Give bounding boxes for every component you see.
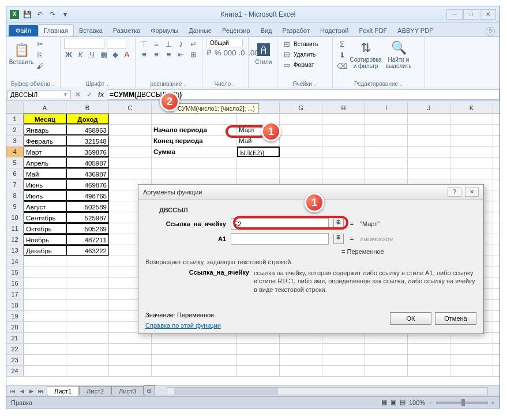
cell-A20[interactable] — [24, 322, 66, 332]
arg2-collapse-icon[interactable]: ⊞ — [333, 234, 344, 244]
cancel-formula-icon[interactable]: ✕ — [72, 91, 84, 99]
tab-developer[interactable]: Разработ — [277, 25, 315, 36]
row-header[interactable]: 9 — [6, 201, 24, 212]
tab-foxit[interactable]: Foxit PDF — [354, 25, 392, 36]
wrap-text-icon[interactable]: ↵ — [189, 39, 198, 49]
cell-A22[interactable] — [24, 344, 66, 354]
sheet-nav-first-icon[interactable]: ⏮ — [9, 388, 17, 394]
cell-E22[interactable] — [237, 344, 280, 354]
minimize-button[interactable]: ─ — [446, 9, 463, 20]
cell-C3[interactable] — [109, 136, 152, 146]
arg2-input[interactable] — [231, 233, 329, 245]
cell-D6[interactable] — [152, 168, 237, 179]
cell-J1[interactable] — [450, 114, 493, 124]
cell-B21[interactable] — [66, 333, 109, 343]
cell-B23[interactable] — [66, 355, 109, 365]
cell-F4[interactable] — [280, 147, 322, 157]
find-select-button[interactable]: 🔍Найти и выделить — [384, 40, 414, 70]
percent-icon[interactable]: % — [214, 47, 222, 58]
cell-E6[interactable] — [237, 168, 280, 179]
cell-H21[interactable] — [365, 333, 408, 343]
row-header[interactable]: 15 — [6, 267, 24, 278]
cell-F2[interactable] — [280, 125, 322, 135]
cell-G1[interactable] — [322, 114, 365, 124]
row-header[interactable]: 2 — [6, 125, 24, 135]
col-K[interactable]: K — [450, 102, 493, 113]
row-header[interactable]: 6 — [6, 168, 24, 179]
cell-G5[interactable] — [322, 158, 365, 168]
cell-G22[interactable] — [322, 344, 365, 354]
cell-E21[interactable] — [237, 333, 280, 343]
cell-A19[interactable] — [24, 311, 66, 321]
cell-B15[interactable] — [66, 267, 109, 278]
cell-A2[interactable]: Январь — [24, 125, 66, 135]
row-header[interactable]: 4 — [6, 147, 24, 157]
cell-J24[interactable] — [450, 366, 493, 376]
cell-H22[interactable] — [365, 344, 408, 354]
cell-D5[interactable] — [152, 158, 237, 168]
cell-H5[interactable] — [365, 158, 408, 168]
cell-D21[interactable] — [152, 333, 237, 343]
cell-F22[interactable] — [280, 344, 322, 354]
row-header[interactable]: 7 — [6, 179, 24, 190]
cell-B12[interactable]: 487211 — [66, 234, 109, 245]
align-bottom-icon[interactable]: ⊥ — [164, 39, 174, 49]
row-header[interactable]: 17 — [6, 289, 24, 299]
cell-B7[interactable]: 469876 — [66, 179, 109, 190]
underline-icon[interactable]: Ч — [87, 49, 96, 59]
sort-filter-button[interactable]: ⇅Сортировка и фильтр — [349, 40, 382, 70]
row-header[interactable]: 5 — [6, 158, 24, 168]
save-icon[interactable]: 💾 — [22, 10, 32, 19]
qat-dropdown-icon[interactable]: ▾ — [61, 10, 70, 19]
sheet-tab-1[interactable]: Лист1 — [47, 386, 79, 396]
cell-F23[interactable] — [280, 355, 322, 365]
zoom-slider-thumb[interactable] — [461, 399, 465, 406]
cell-D3[interactable]: Конец периода — [152, 136, 237, 146]
indent-dec-icon[interactable]: ⇤ — [176, 49, 186, 59]
cell-B13[interactable]: 463222 — [66, 245, 109, 256]
cell-A18[interactable] — [24, 300, 66, 310]
namebox-dropdown-icon[interactable]: ▼ — [63, 92, 68, 97]
cell-F5[interactable] — [280, 158, 322, 168]
zoom-out-icon[interactable]: − — [429, 399, 432, 406]
zoom-value[interactable]: 100% — [409, 399, 425, 406]
inc-decimal-icon[interactable]: .0 — [238, 47, 246, 58]
fx-icon[interactable]: fx — [95, 91, 107, 99]
row-header[interactable]: 22 — [6, 344, 24, 354]
cell-G21[interactable] — [322, 333, 365, 343]
row-header[interactable]: 23 — [6, 355, 24, 365]
col-B[interactable]: B — [66, 102, 109, 113]
comma-icon[interactable]: 000 — [224, 47, 236, 58]
cell-A16[interactable] — [24, 278, 66, 288]
align-center-icon[interactable]: ≡ — [151, 49, 161, 59]
format-cell-icon[interactable]: ▭ — [281, 59, 292, 70]
cell-D1[interactable] — [152, 114, 237, 124]
cell-I1[interactable] — [408, 114, 450, 124]
cell-B9[interactable]: 502589 — [66, 201, 109, 212]
cell-A11[interactable]: Октябрь — [24, 223, 66, 234]
cell-D2[interactable]: Начало периода — [152, 125, 237, 135]
cell-C21[interactable] — [109, 333, 152, 343]
cell-I3[interactable] — [408, 136, 450, 146]
sheet-nav-last-icon[interactable]: ⏭ — [36, 388, 44, 394]
cut-icon[interactable]: ✂ — [34, 39, 46, 49]
font-name-input[interactable] — [64, 39, 104, 49]
cell-B5[interactable]: 405987 — [66, 158, 109, 168]
cell-A1[interactable]: Месяц — [24, 114, 66, 124]
cell-B4[interactable]: 359876 — [66, 147, 109, 157]
cell-I22[interactable] — [408, 344, 450, 354]
cell-J4[interactable] — [450, 147, 493, 157]
tab-view[interactable]: Вид — [256, 25, 277, 36]
cell-E23[interactable] — [237, 355, 280, 365]
dialog-help-button[interactable]: ? — [448, 187, 461, 197]
cell-F1[interactable] — [280, 114, 322, 124]
cell-B11[interactable]: 505269 — [66, 223, 109, 234]
copy-icon[interactable]: ⎘ — [34, 50, 46, 60]
delete-cell-icon[interactable]: ⊟ — [281, 49, 292, 59]
cell-H24[interactable] — [365, 366, 408, 376]
row-header[interactable]: 13 — [6, 245, 24, 256]
cell-F6[interactable] — [280, 168, 322, 179]
insert-cell-label[interactable]: Вставить — [294, 41, 318, 47]
row-header[interactable]: 3 — [6, 136, 24, 146]
cell-D24[interactable] — [152, 366, 237, 376]
